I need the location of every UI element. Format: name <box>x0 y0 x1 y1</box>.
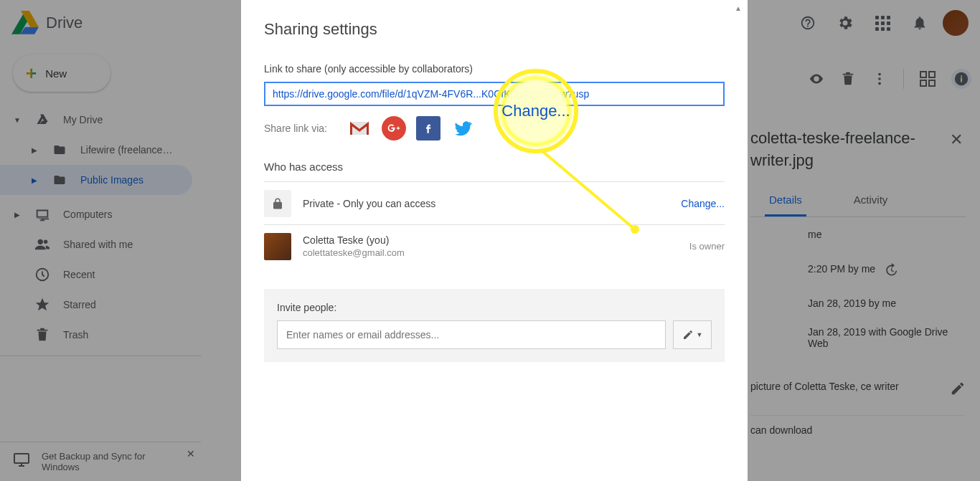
owner-avatar <box>264 233 291 260</box>
created-row: Jan 28, 2019 with Google Drive Web <box>750 318 966 358</box>
svg-line-8 <box>542 151 635 229</box>
monitor-icon <box>13 451 30 468</box>
chevron-right-icon: ▶ <box>30 176 39 184</box>
clock-icon <box>34 267 50 282</box>
chevron-down-icon: ▼ <box>13 116 22 124</box>
twitter-icon[interactable] <box>451 116 475 141</box>
svg-point-0 <box>38 239 43 244</box>
nav-starred[interactable]: Starred <box>0 290 192 320</box>
link-label: Link to share (only accessible by collab… <box>264 63 725 75</box>
people-icon <box>34 237 50 252</box>
nav-shared[interactable]: Shared with me <box>0 229 192 259</box>
scroll-up-icon[interactable]: ▲ <box>735 4 742 12</box>
notifications-icon[interactable] <box>905 9 934 37</box>
chevron-right-icon: ▶ <box>13 211 22 219</box>
svg-point-6 <box>878 82 881 85</box>
info-icon[interactable] <box>951 69 971 89</box>
invite-input[interactable] <box>277 320 666 349</box>
history-icon[interactable] <box>884 263 898 277</box>
computer-icon <box>34 206 50 222</box>
facebook-icon[interactable] <box>416 116 440 141</box>
tab-activity[interactable]: Activity <box>849 185 892 216</box>
nav-lifewire[interactable]: ▶ Lifewire (freelance… <box>0 135 192 165</box>
invite-label: Invite people: <box>277 302 712 313</box>
trash-icon <box>34 327 50 343</box>
owner-role: Is owner <box>689 241 725 252</box>
access-private-row: Private - Only you can access Change... <box>264 181 725 224</box>
chevron-right-icon: ▶ <box>30 146 39 154</box>
modified-row: 2:20 PM by me <box>750 252 966 289</box>
close-icon[interactable]: ✕ <box>187 448 195 459</box>
dialog-title: Sharing settings <box>264 20 725 39</box>
close-icon[interactable]: ✕ <box>947 128 966 152</box>
change-access-link[interactable]: Change... <box>681 198 725 209</box>
svg-point-4 <box>878 73 881 76</box>
gear-icon[interactable] <box>831 9 859 37</box>
svg-point-1 <box>44 240 48 244</box>
svg-point-9 <box>631 225 639 234</box>
owner-email: colettateske@gmail.com <box>303 247 678 258</box>
share-via-label: Share link via: <box>264 123 327 134</box>
svg-point-5 <box>878 77 881 80</box>
gmail-icon[interactable] <box>347 116 372 141</box>
opened-row: Jan 28, 2019 by me <box>750 289 966 318</box>
avatar[interactable] <box>943 10 969 36</box>
who-has-access-label: Who has access <box>264 161 725 173</box>
plus-icon: + <box>26 62 37 85</box>
lock-icon <box>264 190 291 217</box>
tab-details[interactable]: Details <box>765 185 806 216</box>
owner-row: Coletta Teske (you) colettateske@gmail.c… <box>264 224 725 267</box>
apps-icon[interactable] <box>868 9 897 37</box>
drive-icon <box>11 9 39 37</box>
preview-icon[interactable] <box>809 71 824 87</box>
folder-icon <box>52 173 67 186</box>
svg-rect-3 <box>14 454 29 463</box>
star-icon <box>34 297 50 313</box>
file-title: coletta-teske-freelance-writer.jpg <box>750 128 947 172</box>
app-name: Drive <box>46 14 83 32</box>
description-row: picture of Coletta Teske, ce writer <box>750 371 966 406</box>
drive-icon <box>34 113 50 126</box>
nav-public-images[interactable]: ▶ Public Images <box>0 165 192 195</box>
nav-recent[interactable]: Recent <box>0 259 192 290</box>
chevron-down-icon: ▼ <box>697 331 703 338</box>
nav-trash[interactable]: Trash <box>0 320 192 350</box>
new-button[interactable]: + New <box>13 54 110 92</box>
grid-view-icon[interactable] <box>920 71 936 87</box>
nav-my-drive[interactable]: ▼ My Drive <box>0 105 192 135</box>
nav-computers[interactable]: ▶ Computers <box>0 199 192 229</box>
annotation-line <box>534 147 649 240</box>
owner-row: me <box>750 217 966 252</box>
googleplus-icon[interactable] <box>382 116 406 141</box>
trash-icon[interactable] <box>840 71 856 87</box>
help-icon[interactable] <box>793 9 822 37</box>
drive-logo[interactable]: Drive <box>11 9 83 37</box>
permission-dropdown[interactable]: ▼ <box>673 320 712 349</box>
pencil-icon <box>682 329 694 340</box>
folder-icon <box>52 143 67 156</box>
pencil-icon[interactable] <box>950 381 966 396</box>
permission-row: can download <box>750 415 966 444</box>
backup-banner[interactable]: ✕ Get Backup and Sync for Windows <box>0 442 201 481</box>
more-icon[interactable] <box>872 71 887 87</box>
sharing-dialog: ▲ Sharing settings Link to share (only a… <box>241 0 748 481</box>
highlight-annotation: Change... <box>494 69 578 153</box>
